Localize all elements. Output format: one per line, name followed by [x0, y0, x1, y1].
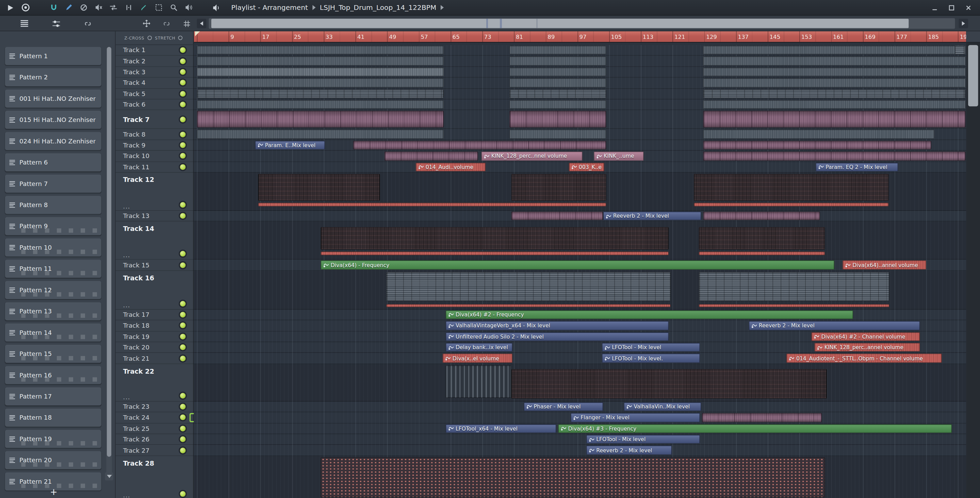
fl-logo-icon[interactable]: [20, 2, 30, 13]
playlist-grid[interactable]: 9172533414957657381899710511312112913714…: [194, 31, 966, 498]
track-led[interactable]: [180, 323, 186, 329]
track-led[interactable]: [180, 91, 186, 97]
track-led[interactable]: [180, 47, 186, 53]
automation-clip[interactable]: Diva(x64) #2 - Channel volume: [811, 332, 920, 341]
automation-clip[interactable]: Delay bank..ix level: [446, 343, 513, 352]
automation-clip[interactable]: 014_Audi..volume: [415, 163, 485, 171]
audio-clip[interactable]: [703, 111, 966, 128]
audio-clip[interactable]: [703, 46, 966, 54]
automation-clip[interactable]: KINK_128_perc..annel volume: [814, 343, 920, 352]
pattern-item[interactable]: 024 Hi Hat..NO Zenhiser: [5, 132, 102, 150]
audio-clip[interactable]: [703, 152, 966, 160]
track-header[interactable]: Track 1: [116, 45, 194, 56]
audio-clip[interactable]: [703, 57, 966, 65]
pattern-item[interactable]: Pattern 14: [5, 324, 102, 342]
automation-clip[interactable]: 014_Audiotent_-_STTL..Obpm - Channel vol…: [786, 354, 942, 362]
track-header[interactable]: Track 15: [116, 260, 194, 271]
track-header[interactable]: Track 4: [116, 78, 194, 89]
track-header[interactable]: Track 21: [116, 353, 194, 364]
automation-clip[interactable]: Reeverb 2 - Mix level: [603, 212, 701, 220]
audio-clip[interactable]: [385, 152, 479, 160]
timeline-ruler[interactable]: 9172533414957657381899710511312112913714…: [194, 31, 966, 43]
audio-clip[interactable]: [321, 457, 825, 497]
audio-clip[interactable]: [702, 413, 822, 422]
audio-clip[interactable]: [197, 89, 444, 98]
audio-clip[interactable]: [698, 227, 825, 250]
track-header[interactable]: Track 2: [116, 56, 194, 67]
audio-clip[interactable]: [197, 130, 444, 139]
automation-clip[interactable]: Unfiltered Audio Silo 2 - Mix level: [446, 332, 669, 341]
track-header[interactable]: Track 9: [116, 140, 194, 151]
audio-clip[interactable]: [197, 57, 444, 65]
track-led[interactable]: [180, 436, 186, 442]
audio-clip[interactable]: [703, 212, 820, 220]
audio-clip[interactable]: [698, 304, 889, 307]
automation-clip[interactable]: Flanger - Mix level: [571, 413, 700, 422]
audio-clip[interactable]: [197, 111, 444, 128]
track-led[interactable]: [180, 425, 186, 431]
playlist-speaker-icon[interactable]: [211, 2, 222, 13]
track-header[interactable]: Track 23: [116, 402, 194, 412]
pattern-item[interactable]: Pattern 15: [5, 345, 102, 363]
track-led[interactable]: [180, 69, 186, 75]
zcross-toggle[interactable]: [147, 36, 152, 40]
pattern-item[interactable]: Pattern 1: [5, 47, 102, 65]
track-led[interactable]: [180, 301, 186, 306]
track-header[interactable]: Track 20: [116, 342, 194, 353]
automation-clip[interactable]: Diva(x64)..annel volume: [843, 260, 926, 270]
track-header[interactable]: Track 19: [116, 332, 194, 342]
automation-clip[interactable]: Reeverb 2 - Mix level: [749, 321, 920, 330]
zoom-icon[interactable]: [168, 2, 179, 13]
minimize-button[interactable]: [930, 3, 939, 12]
mute-speaker-icon[interactable]: [93, 2, 104, 13]
link-channels-icon[interactable]: [82, 18, 93, 29]
audio-clip[interactable]: [386, 272, 671, 301]
stretch-toggle[interactable]: [178, 36, 183, 40]
pattern-item[interactable]: Pattern 13: [5, 302, 102, 320]
automation-clip[interactable]: LFOTool - Mix level: [602, 343, 700, 352]
audio-clip[interactable]: [703, 100, 966, 109]
audio-clip[interactable]: [509, 111, 606, 128]
track-led[interactable]: [180, 334, 186, 339]
track-led[interactable]: [180, 117, 186, 122]
audio-clip[interactable]: [698, 272, 889, 301]
pattern-scrollbar[interactable]: [106, 47, 112, 479]
pattern-item[interactable]: Pattern 7: [5, 174, 102, 192]
audio-clip[interactable]: [509, 130, 606, 139]
track-led[interactable]: [180, 213, 186, 219]
track-header[interactable]: Track 12...: [116, 173, 194, 211]
automation-clip[interactable]: ValhallaVintageVerb_x64 - Mix level: [446, 321, 669, 330]
vertical-scrollbar-thumb[interactable]: [968, 45, 978, 106]
pattern-item[interactable]: Pattern 2: [5, 68, 102, 86]
track-led[interactable]: [180, 251, 186, 257]
track-header[interactable]: Track 3: [116, 67, 194, 78]
audio-clip[interactable]: [386, 304, 671, 307]
pattern-item[interactable]: Pattern 17: [5, 387, 102, 405]
horizontal-scrollbar[interactable]: [208, 18, 955, 29]
track-led[interactable]: [180, 345, 186, 350]
track-header[interactable]: Track 7: [116, 110, 194, 129]
track-header[interactable]: Track 17: [116, 310, 194, 321]
marquee-select-icon[interactable]: [153, 2, 164, 13]
automation-clip[interactable]: LFOTool - Mix level.: [602, 354, 700, 362]
magnet-icon[interactable]: [48, 2, 59, 13]
track-led[interactable]: [180, 393, 186, 399]
preview-speaker-icon[interactable]: [183, 2, 194, 13]
track-led[interactable]: [180, 153, 186, 159]
audio-clip[interactable]: [197, 46, 444, 54]
pattern-scrollbar-thumb[interactable]: [107, 47, 111, 457]
automation-clip[interactable]: Param. EQ 2 - Mix level: [816, 163, 898, 171]
track-header[interactable]: Track 8: [116, 129, 194, 140]
track-header[interactable]: Track 14...: [116, 222, 194, 260]
automation-clip[interactable]: LFOTool_x64 - Mix level: [446, 424, 556, 433]
automation-clip[interactable]: Diva(x64) #2 - Frequency: [446, 310, 853, 319]
horizontal-scrollbar-thumb[interactable]: [211, 19, 909, 28]
audio-clip[interactable]: [511, 212, 603, 220]
audio-clip[interactable]: [321, 227, 669, 250]
pattern-item[interactable]: Pattern 6: [5, 153, 102, 171]
track-header[interactable]: Track 11: [116, 162, 194, 173]
pattern-scroll-down-button[interactable]: [105, 472, 113, 480]
audio-clip[interactable]: [694, 203, 889, 206]
track-header[interactable]: Track 22...: [116, 364, 194, 402]
pattern-item[interactable]: Pattern 8: [5, 196, 102, 214]
